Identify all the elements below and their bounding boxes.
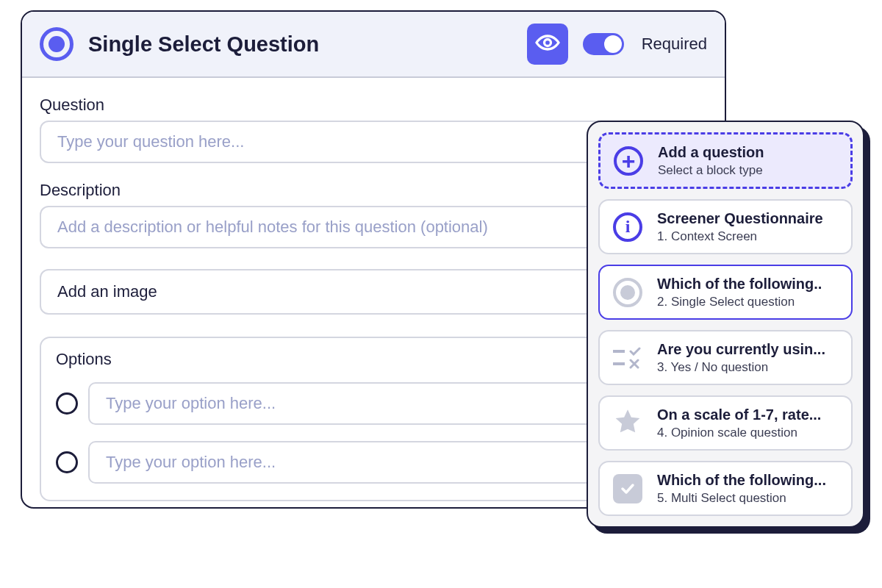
block-context-screen[interactable]: i Screener Questionnaire 1. Context Scre…	[598, 199, 853, 254]
block-sub: 2. Single Select question	[657, 295, 822, 309]
block-sub: 1. Context Screen	[657, 229, 823, 244]
required-toggle[interactable]	[583, 33, 624, 55]
add-question-block[interactable]: + Add a question Select a block type	[598, 132, 853, 189]
block-multi-select[interactable]: Which of the following... 5. Multi Selec…	[598, 461, 853, 516]
radio-icon[interactable]	[56, 392, 78, 415]
block-yes-no[interactable]: Are you currently usin... 3. Yes / No qu…	[598, 330, 853, 385]
star-icon	[613, 407, 642, 440]
radio-icon[interactable]	[56, 451, 78, 473]
block-sub: 3. Yes / No question	[657, 360, 825, 375]
plus-icon: +	[614, 146, 643, 176]
radio-selected-icon	[613, 278, 642, 307]
block-picker-panel: + Add a question Select a block type i S…	[587, 121, 864, 528]
eye-icon	[534, 29, 561, 59]
block-title: Screener Questionnaire	[657, 209, 823, 228]
info-icon: i	[613, 212, 642, 242]
block-title: On a scale of 1-7, rate...	[657, 406, 821, 424]
yes-no-icon	[613, 347, 642, 369]
block-opinion-scale[interactable]: On a scale of 1-7, rate... 4. Opinion sc…	[598, 395, 853, 451]
block-sub: 5. Multi Select question	[657, 491, 826, 506]
block-title: Which of the following...	[657, 471, 826, 490]
block-title: Which of the following..	[657, 275, 822, 293]
preview-button[interactable]	[527, 24, 568, 65]
block-sub: 4. Opinion scale question	[657, 426, 821, 440]
svg-point-1	[544, 40, 551, 46]
block-single-select[interactable]: Which of the following.. 2. Single Selec…	[598, 265, 853, 320]
editor-title: Single Select Question	[88, 32, 512, 57]
block-title: Are you currently usin...	[657, 340, 825, 359]
add-question-sub: Select a block type	[658, 163, 764, 178]
single-select-icon	[40, 27, 74, 61]
question-label: Question	[40, 96, 707, 115]
editor-header: Single Select Question Required	[22, 12, 725, 78]
required-label: Required	[642, 35, 707, 54]
add-question-title: Add a question	[658, 143, 764, 162]
checkbox-icon	[613, 474, 642, 503]
